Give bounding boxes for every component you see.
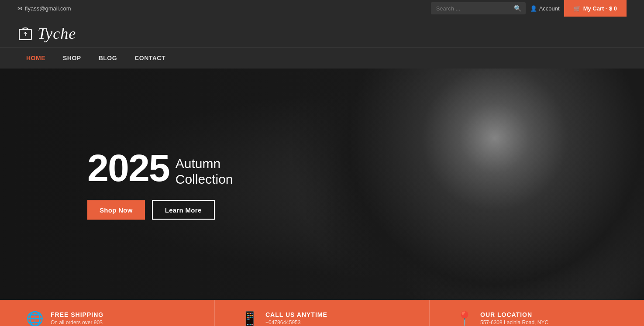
hero-subtitle-line1: Autumn xyxy=(176,156,233,172)
hero-section: 2025 Autumn Collection Shop Now Learn Mo… xyxy=(0,69,644,300)
hero-subtitle-line2: Collection xyxy=(176,172,233,187)
phone-sub: +04786445953 xyxy=(265,319,327,326)
footer-bar: 🌐 FREE SHIPPING On all orders over 90$ 📱… xyxy=(0,300,644,326)
nav-link-shop[interactable]: SHOP xyxy=(54,48,90,69)
account-label: Account xyxy=(539,5,560,12)
nav-link-blog[interactable]: BLOG xyxy=(90,48,126,69)
cart-icon: 🛒 xyxy=(574,5,581,12)
header: Tyche xyxy=(0,17,644,47)
nav-item-shop[interactable]: SHOP xyxy=(54,48,90,69)
nav-item-contact[interactable]: CONTACT xyxy=(126,48,174,69)
shipping-title: FREE SHIPPING xyxy=(51,311,103,318)
hero-buttons: Shop Now Learn More xyxy=(87,200,233,220)
cart-label: My Cart - $ 0 xyxy=(583,5,617,12)
location-icon: 📍 xyxy=(456,310,473,326)
top-bar-right: 🔍 👤 Account 🛒 My Cart - $ 0 xyxy=(431,0,627,17)
footer-item-shipping: 🌐 FREE SHIPPING On all orders over 90$ xyxy=(0,300,215,326)
main-nav: HOME SHOP BLOG CONTACT xyxy=(0,47,644,69)
learn-more-button[interactable]: Learn More xyxy=(152,200,215,220)
logo-text: Tyche xyxy=(38,24,76,43)
nav-link-home[interactable]: HOME xyxy=(17,48,54,69)
search-input[interactable] xyxy=(431,3,510,14)
phone-title: CALL US ANYTIME xyxy=(265,311,327,318)
nav-link-contact[interactable]: CONTACT xyxy=(126,48,174,69)
hero-subtitle: Autumn Collection xyxy=(176,156,233,187)
logo[interactable]: Tyche xyxy=(17,24,76,43)
nav-item-home[interactable]: HOME xyxy=(17,48,54,69)
location-text: OUR LOCATION 557-6308 Lacinia Road, NYC xyxy=(480,311,548,326)
account-icon: 👤 xyxy=(530,5,537,12)
nav-item-blog[interactable]: BLOG xyxy=(90,48,126,69)
shipping-text: FREE SHIPPING On all orders over 90$ xyxy=(51,311,103,326)
shipping-sub: On all orders over 90$ xyxy=(51,319,103,326)
phone-text: CALL US ANYTIME +04786445953 xyxy=(265,311,327,326)
footer-item-location: 📍 OUR LOCATION 557-6308 Lacinia Road, NY… xyxy=(430,300,644,326)
search-wrap[interactable]: 🔍 xyxy=(431,2,526,14)
location-sub: 557-6308 Lacinia Road, NYC xyxy=(480,319,548,326)
search-button[interactable]: 🔍 xyxy=(510,2,526,14)
nav-list: HOME SHOP BLOG CONTACT xyxy=(17,48,627,69)
account-link[interactable]: 👤 Account xyxy=(530,5,560,12)
top-bar-email: ✉ flyass@gmail.com xyxy=(17,5,71,12)
email-address: flyass@gmail.com xyxy=(25,5,71,12)
phone-icon: 📱 xyxy=(241,310,258,326)
email-icon: ✉ xyxy=(17,5,22,12)
logo-icon xyxy=(17,26,33,41)
location-title: OUR LOCATION xyxy=(480,311,548,318)
hero-title-row: 2025 Autumn Collection xyxy=(87,149,233,187)
hero-content: 2025 Autumn Collection Shop Now Learn Mo… xyxy=(87,149,233,220)
hero-year: 2025 xyxy=(87,149,169,187)
footer-item-phone: 📱 CALL US ANYTIME +04786445953 xyxy=(215,300,430,326)
cart-button[interactable]: 🛒 My Cart - $ 0 xyxy=(564,0,627,17)
shop-now-button[interactable]: Shop Now xyxy=(87,200,145,220)
shipping-icon: 🌐 xyxy=(26,310,44,326)
top-bar: ✉ flyass@gmail.com 🔍 👤 Account 🛒 My Cart… xyxy=(0,0,644,17)
